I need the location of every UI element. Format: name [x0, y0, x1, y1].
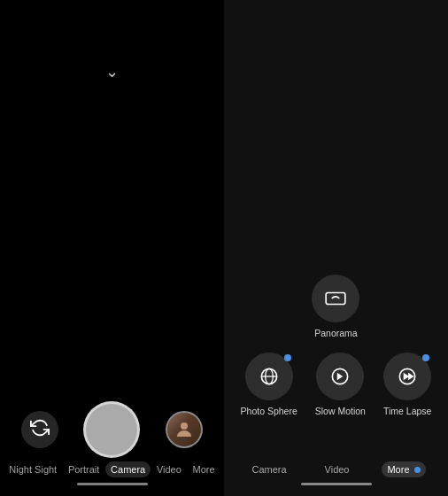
- time-lapse-dot: [422, 354, 429, 361]
- left-bottom-bar: Night Sight Portrait Camera Video More: [0, 399, 224, 496]
- mode-row-2: Photo Sphere Slow Motion: [241, 353, 432, 416]
- svg-rect-1: [327, 293, 346, 305]
- chevron-down-icon[interactable]: ⌄: [105, 62, 119, 81]
- slow-motion-icon-circle: [316, 353, 364, 400]
- right-more-panel: Panorama Photo Sphere: [224, 0, 448, 496]
- mode-tab-video-right[interactable]: Video: [320, 461, 355, 477]
- time-lapse-icon-circle: [383, 353, 431, 400]
- more-tab-dot: [414, 467, 421, 473]
- right-viewfinder: Panorama Photo Sphere: [224, 0, 448, 443]
- svg-point-0: [181, 422, 188, 430]
- person-icon: [174, 419, 195, 440]
- mode-row-1: Panorama: [312, 275, 359, 338]
- camera-controls: [0, 401, 224, 458]
- photo-sphere-label: Photo Sphere: [241, 406, 297, 416]
- left-viewfinder: ⌄: [0, 0, 224, 399]
- mode-tab-more-right[interactable]: More: [382, 461, 425, 477]
- mode-tab-more-left[interactable]: More: [188, 461, 220, 477]
- mode-tab-camera-right[interactable]: Camera: [246, 461, 291, 477]
- slow-motion-icon: [328, 365, 351, 388]
- slow-motion-label: Slow Motion: [315, 406, 366, 416]
- left-camera-panel: ⌄: [0, 0, 224, 496]
- left-home-indicator: [77, 483, 148, 485]
- panorama-icon: [324, 287, 347, 310]
- time-lapse-label: Time Lapse: [383, 406, 431, 416]
- left-mode-tabs: Night Sight Portrait Camera Video More: [0, 461, 224, 477]
- flip-icon: [30, 418, 50, 442]
- mode-tab-night-sight[interactable]: Night Sight: [4, 461, 62, 477]
- mode-tab-camera[interactable]: Camera: [105, 461, 151, 477]
- right-mode-tabs: Camera Video More: [224, 461, 448, 477]
- right-bottom-bar: Camera Video More: [224, 443, 448, 496]
- panorama-icon-circle: [312, 275, 359, 322]
- photo-sphere-icon: [258, 365, 281, 388]
- more-modes-grid: Panorama Photo Sphere: [241, 275, 432, 425]
- panorama-label: Panorama: [314, 328, 357, 338]
- shutter-button[interactable]: [83, 401, 140, 458]
- photo-sphere-dot: [284, 354, 291, 361]
- flip-camera-button[interactable]: [21, 411, 58, 448]
- time-lapse-icon: [396, 365, 419, 388]
- gallery-thumbnail[interactable]: [166, 411, 203, 448]
- mode-item-slow-motion[interactable]: Slow Motion: [315, 353, 366, 416]
- mode-tab-video[interactable]: Video: [151, 461, 187, 477]
- right-home-indicator: [301, 483, 372, 485]
- mode-item-photo-sphere[interactable]: Photo Sphere: [241, 353, 297, 416]
- photo-sphere-icon-circle: [245, 353, 293, 400]
- mode-tab-portrait[interactable]: Portrait: [63, 461, 104, 477]
- mode-item-time-lapse[interactable]: Time Lapse: [383, 353, 431, 416]
- gallery-image: [167, 413, 201, 446]
- mode-item-panorama[interactable]: Panorama: [312, 275, 359, 338]
